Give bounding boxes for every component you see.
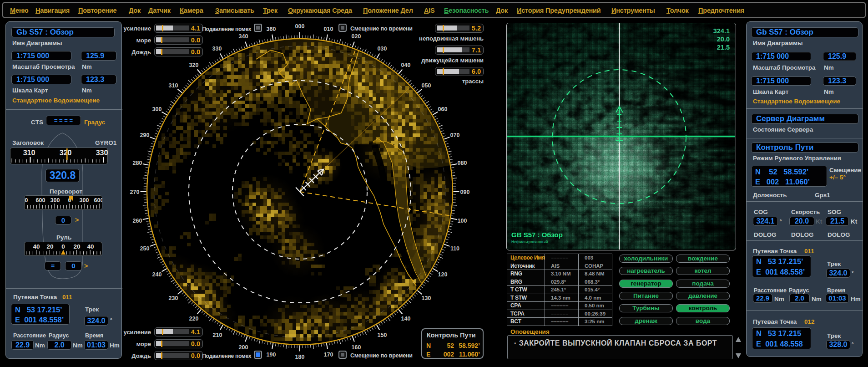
svg-text:300: 300 xyxy=(152,106,162,112)
svg-text:160: 160 xyxy=(352,344,361,351)
svg-text:090: 090 xyxy=(460,189,470,195)
svg-text:Нефильтрованный: Нефильтрованный xyxy=(511,240,548,244)
svg-text:220: 220 xyxy=(189,316,199,322)
svg-text:110: 110 xyxy=(450,245,459,252)
svg-text:20.0: 20.0 xyxy=(717,36,730,43)
svg-text:330: 330 xyxy=(212,46,222,52)
svg-text:170: 170 xyxy=(324,352,333,358)
svg-text:340: 340 xyxy=(239,33,248,40)
svg-text:150: 150 xyxy=(378,332,387,338)
svg-text:070: 070 xyxy=(450,132,460,138)
svg-text:324.1: 324.1 xyxy=(713,27,730,35)
svg-text:230: 230 xyxy=(169,295,178,301)
svg-text:320: 320 xyxy=(189,62,199,68)
svg-text:060: 060 xyxy=(438,106,448,112)
svg-text:020: 020 xyxy=(352,33,361,40)
svg-text:100: 100 xyxy=(458,218,467,224)
svg-text:360: 360 xyxy=(267,26,276,32)
svg-text:21.5: 21.5 xyxy=(717,44,730,51)
svg-text:260: 260 xyxy=(133,218,142,224)
svg-text:190: 190 xyxy=(267,352,276,358)
svg-text:200: 200 xyxy=(239,344,248,351)
svg-text:280: 280 xyxy=(133,160,142,166)
svg-text:030: 030 xyxy=(378,46,387,52)
svg-text:240: 240 xyxy=(152,271,162,278)
svg-text:140: 140 xyxy=(401,316,411,322)
svg-text:120: 120 xyxy=(438,271,448,278)
svg-text:180: 180 xyxy=(295,354,305,360)
svg-text:130: 130 xyxy=(422,295,431,301)
svg-text:310: 310 xyxy=(169,82,178,89)
svg-text:000: 000 xyxy=(295,23,305,30)
svg-text:080: 080 xyxy=(458,160,467,166)
svg-text:010: 010 xyxy=(324,26,333,32)
svg-text:GB S57 : Обзор: GB S57 : Обзор xyxy=(511,231,563,239)
svg-text:270: 270 xyxy=(130,189,140,195)
svg-text:250: 250 xyxy=(140,245,150,252)
svg-text:210: 210 xyxy=(213,332,222,338)
svg-text:290: 290 xyxy=(140,132,150,138)
